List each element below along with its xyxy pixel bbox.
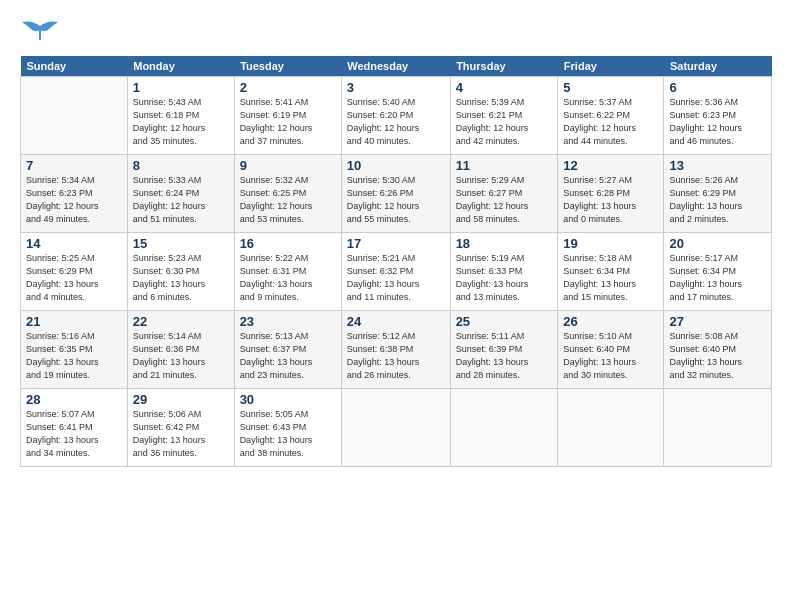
- week-row-4: 21Sunrise: 5:16 AM Sunset: 6:35 PM Dayli…: [21, 311, 772, 389]
- day-info: Sunrise: 5:41 AM Sunset: 6:19 PM Dayligh…: [240, 96, 336, 148]
- dow-thursday: Thursday: [450, 56, 558, 77]
- day-cell: 14Sunrise: 5:25 AM Sunset: 6:29 PM Dayli…: [21, 233, 128, 311]
- day-number: 19: [563, 236, 658, 251]
- day-number: 24: [347, 314, 445, 329]
- day-cell: 4Sunrise: 5:39 AM Sunset: 6:21 PM Daylig…: [450, 77, 558, 155]
- day-cell: 20Sunrise: 5:17 AM Sunset: 6:34 PM Dayli…: [664, 233, 772, 311]
- day-info: Sunrise: 5:32 AM Sunset: 6:25 PM Dayligh…: [240, 174, 336, 226]
- day-info: Sunrise: 5:43 AM Sunset: 6:18 PM Dayligh…: [133, 96, 229, 148]
- day-info: Sunrise: 5:29 AM Sunset: 6:27 PM Dayligh…: [456, 174, 553, 226]
- day-info: Sunrise: 5:34 AM Sunset: 6:23 PM Dayligh…: [26, 174, 122, 226]
- day-cell: 17Sunrise: 5:21 AM Sunset: 6:32 PM Dayli…: [341, 233, 450, 311]
- day-number: 23: [240, 314, 336, 329]
- day-info: Sunrise: 5:25 AM Sunset: 6:29 PM Dayligh…: [26, 252, 122, 304]
- day-number: 8: [133, 158, 229, 173]
- day-number: 9: [240, 158, 336, 173]
- day-number: 1: [133, 80, 229, 95]
- day-info: Sunrise: 5:36 AM Sunset: 6:23 PM Dayligh…: [669, 96, 766, 148]
- dow-friday: Friday: [558, 56, 664, 77]
- day-info: Sunrise: 5:16 AM Sunset: 6:35 PM Dayligh…: [26, 330, 122, 382]
- dow-saturday: Saturday: [664, 56, 772, 77]
- day-cell: 22Sunrise: 5:14 AM Sunset: 6:36 PM Dayli…: [127, 311, 234, 389]
- day-info: Sunrise: 5:18 AM Sunset: 6:34 PM Dayligh…: [563, 252, 658, 304]
- day-number: 2: [240, 80, 336, 95]
- day-info: Sunrise: 5:37 AM Sunset: 6:22 PM Dayligh…: [563, 96, 658, 148]
- day-cell: 23Sunrise: 5:13 AM Sunset: 6:37 PM Dayli…: [234, 311, 341, 389]
- day-info: Sunrise: 5:27 AM Sunset: 6:28 PM Dayligh…: [563, 174, 658, 226]
- day-number: 16: [240, 236, 336, 251]
- day-cell: [558, 389, 664, 467]
- day-info: Sunrise: 5:33 AM Sunset: 6:24 PM Dayligh…: [133, 174, 229, 226]
- day-cell: 12Sunrise: 5:27 AM Sunset: 6:28 PM Dayli…: [558, 155, 664, 233]
- day-number: 29: [133, 392, 229, 407]
- day-info: Sunrise: 5:26 AM Sunset: 6:29 PM Dayligh…: [669, 174, 766, 226]
- week-row-2: 7Sunrise: 5:34 AM Sunset: 6:23 PM Daylig…: [21, 155, 772, 233]
- day-cell: 30Sunrise: 5:05 AM Sunset: 6:43 PM Dayli…: [234, 389, 341, 467]
- week-row-3: 14Sunrise: 5:25 AM Sunset: 6:29 PM Dayli…: [21, 233, 772, 311]
- dow-tuesday: Tuesday: [234, 56, 341, 77]
- day-number: 22: [133, 314, 229, 329]
- day-number: 3: [347, 80, 445, 95]
- day-cell: [450, 389, 558, 467]
- day-number: 20: [669, 236, 766, 251]
- days-of-week-row: SundayMondayTuesdayWednesdayThursdayFrid…: [21, 56, 772, 77]
- day-number: 11: [456, 158, 553, 173]
- day-info: Sunrise: 5:13 AM Sunset: 6:37 PM Dayligh…: [240, 330, 336, 382]
- day-number: 28: [26, 392, 122, 407]
- day-cell: 2Sunrise: 5:41 AM Sunset: 6:19 PM Daylig…: [234, 77, 341, 155]
- day-info: Sunrise: 5:14 AM Sunset: 6:36 PM Dayligh…: [133, 330, 229, 382]
- day-info: Sunrise: 5:10 AM Sunset: 6:40 PM Dayligh…: [563, 330, 658, 382]
- day-cell: 10Sunrise: 5:30 AM Sunset: 6:26 PM Dayli…: [341, 155, 450, 233]
- day-info: Sunrise: 5:30 AM Sunset: 6:26 PM Dayligh…: [347, 174, 445, 226]
- day-info: Sunrise: 5:17 AM Sunset: 6:34 PM Dayligh…: [669, 252, 766, 304]
- day-number: 26: [563, 314, 658, 329]
- day-number: 17: [347, 236, 445, 251]
- day-number: 21: [26, 314, 122, 329]
- day-cell: 13Sunrise: 5:26 AM Sunset: 6:29 PM Dayli…: [664, 155, 772, 233]
- week-row-1: 1Sunrise: 5:43 AM Sunset: 6:18 PM Daylig…: [21, 77, 772, 155]
- week-row-5: 28Sunrise: 5:07 AM Sunset: 6:41 PM Dayli…: [21, 389, 772, 467]
- logo-icon: [20, 18, 60, 48]
- day-cell: 29Sunrise: 5:06 AM Sunset: 6:42 PM Dayli…: [127, 389, 234, 467]
- day-cell: 27Sunrise: 5:08 AM Sunset: 6:40 PM Dayli…: [664, 311, 772, 389]
- day-cell: 8Sunrise: 5:33 AM Sunset: 6:24 PM Daylig…: [127, 155, 234, 233]
- day-cell: 18Sunrise: 5:19 AM Sunset: 6:33 PM Dayli…: [450, 233, 558, 311]
- dow-wednesday: Wednesday: [341, 56, 450, 77]
- day-info: Sunrise: 5:40 AM Sunset: 6:20 PM Dayligh…: [347, 96, 445, 148]
- day-cell: 21Sunrise: 5:16 AM Sunset: 6:35 PM Dayli…: [21, 311, 128, 389]
- day-cell: 1Sunrise: 5:43 AM Sunset: 6:18 PM Daylig…: [127, 77, 234, 155]
- day-cell: 24Sunrise: 5:12 AM Sunset: 6:38 PM Dayli…: [341, 311, 450, 389]
- day-number: 18: [456, 236, 553, 251]
- day-cell: 11Sunrise: 5:29 AM Sunset: 6:27 PM Dayli…: [450, 155, 558, 233]
- day-number: 30: [240, 392, 336, 407]
- day-info: Sunrise: 5:07 AM Sunset: 6:41 PM Dayligh…: [26, 408, 122, 460]
- day-info: Sunrise: 5:21 AM Sunset: 6:32 PM Dayligh…: [347, 252, 445, 304]
- day-cell: 5Sunrise: 5:37 AM Sunset: 6:22 PM Daylig…: [558, 77, 664, 155]
- calendar-table: SundayMondayTuesdayWednesdayThursdayFrid…: [20, 56, 772, 467]
- day-cell: [21, 77, 128, 155]
- day-number: 7: [26, 158, 122, 173]
- day-cell: 16Sunrise: 5:22 AM Sunset: 6:31 PM Dayli…: [234, 233, 341, 311]
- day-number: 6: [669, 80, 766, 95]
- day-number: 4: [456, 80, 553, 95]
- day-cell: 6Sunrise: 5:36 AM Sunset: 6:23 PM Daylig…: [664, 77, 772, 155]
- day-cell: [664, 389, 772, 467]
- header: [20, 18, 772, 48]
- day-cell: 28Sunrise: 5:07 AM Sunset: 6:41 PM Dayli…: [21, 389, 128, 467]
- day-number: 5: [563, 80, 658, 95]
- day-number: 15: [133, 236, 229, 251]
- day-number: 10: [347, 158, 445, 173]
- day-cell: [341, 389, 450, 467]
- day-number: 13: [669, 158, 766, 173]
- logo: [20, 18, 62, 48]
- day-info: Sunrise: 5:39 AM Sunset: 6:21 PM Dayligh…: [456, 96, 553, 148]
- day-cell: 7Sunrise: 5:34 AM Sunset: 6:23 PM Daylig…: [21, 155, 128, 233]
- day-number: 14: [26, 236, 122, 251]
- day-info: Sunrise: 5:06 AM Sunset: 6:42 PM Dayligh…: [133, 408, 229, 460]
- day-info: Sunrise: 5:12 AM Sunset: 6:38 PM Dayligh…: [347, 330, 445, 382]
- day-cell: 3Sunrise: 5:40 AM Sunset: 6:20 PM Daylig…: [341, 77, 450, 155]
- day-cell: 15Sunrise: 5:23 AM Sunset: 6:30 PM Dayli…: [127, 233, 234, 311]
- day-number: 12: [563, 158, 658, 173]
- day-info: Sunrise: 5:11 AM Sunset: 6:39 PM Dayligh…: [456, 330, 553, 382]
- dow-sunday: Sunday: [21, 56, 128, 77]
